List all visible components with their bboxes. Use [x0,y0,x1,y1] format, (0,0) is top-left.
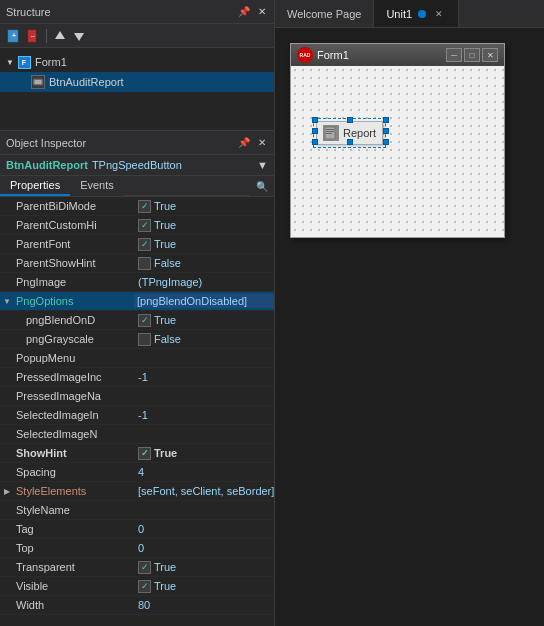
check-true[interactable] [138,580,151,593]
no-expand-prop [0,197,14,216]
no-expand-prop [0,596,14,615]
object-dropdown-icon[interactable]: ▼ [257,159,268,171]
toolbar-separator [46,29,47,43]
no-expand-prop [0,235,14,254]
prop-pressedimageinc[interactable]: PressedImageInc -1 [0,368,274,387]
prop-name: ShowHint [14,447,134,459]
prop-parentshowhint[interactable]: ParentShowHint False [0,254,274,273]
tab-close-icon[interactable]: ✕ [432,7,446,21]
svg-rect-11 [326,133,332,134]
prop-tag[interactable]: Tag 0 [0,520,274,539]
svg-rect-7 [35,80,41,84]
prop-value: -1 [134,409,274,421]
expand-prop[interactable]: ▼ [0,292,14,311]
object-name: BtnAuditReport [6,159,88,171]
move-up-icon[interactable] [52,28,68,44]
structure-toolbar: + – [0,24,274,48]
prop-popupmenu[interactable]: PopupMenu [0,349,274,368]
maximize-button[interactable]: □ [464,48,480,62]
no-expand-prop [0,349,14,368]
prop-selectedimagein[interactable]: SelectedImageIn -1 [0,406,274,425]
prop-name: PressedImageNa [14,390,134,402]
inspector-pin-icon[interactable]: 📌 [236,136,252,149]
prop-showhint[interactable]: ShowHint True [0,444,274,463]
tab-welcome-page[interactable]: Welcome Page [275,0,374,27]
check-false[interactable] [138,333,151,346]
prop-top[interactable]: Top 0 [0,539,274,558]
prop-pnggrayscale[interactable]: pngGrayscale False [0,330,274,349]
prop-value: True [134,580,274,593]
prop-value: True [134,219,274,232]
handle-tl [312,117,318,123]
prop-width[interactable]: Width 80 [0,596,274,615]
prop-value: True [134,447,274,460]
check-true[interactable] [138,219,151,232]
expand-prop[interactable]: ▶ [0,482,14,501]
no-expand-prop [0,216,14,235]
prop-selectedimagen[interactable]: SelectedImageN [0,425,274,444]
check-false[interactable] [138,257,151,270]
prop-transparent[interactable]: Transparent True [0,558,274,577]
minimize-button[interactable]: ─ [446,48,462,62]
check-true[interactable] [138,447,151,460]
prop-pngoptions[interactable]: ▼ PngOptions [pngBlendOnDisabled] [0,292,274,311]
prop-parentbidimode[interactable]: ParentBiDiMode True [0,197,274,216]
pin-icon[interactable]: 📌 [236,5,252,18]
prop-name: SelectedImageN [14,428,134,440]
form-titlebar: RAD Form1 ─ □ ✕ [291,44,504,66]
btnauditreport-label: BtnAuditReport [49,76,124,88]
prop-parentcustomhi[interactable]: ParentCustomHi True [0,216,274,235]
check-true[interactable] [138,200,151,213]
new-item-icon[interactable]: + [6,28,22,44]
no-expand-prop [0,368,14,387]
prop-name: StyleElements [14,485,134,497]
structure-panel-icons: 📌 ✕ [236,5,268,18]
inspector-close-icon[interactable]: ✕ [256,136,268,149]
structure-panel-header: Structure 📌 ✕ [0,0,274,24]
prop-parentfont[interactable]: ParentFont True [0,235,274,254]
no-expand-prop [0,539,14,558]
prop-pngimage[interactable]: PngImage (TPngImage) [0,273,274,292]
preview-area: RAD Form1 ─ □ ✕ [275,28,544,626]
handle-bl [312,139,318,145]
no-expand-prop [0,311,14,330]
expand-icon[interactable]: ▼ [4,56,16,68]
prop-pressedimagena[interactable]: PressedImageNa [0,387,274,406]
search-area: 🔍 [250,176,274,196]
check-true[interactable] [138,314,151,327]
form-title: Form1 [317,49,442,61]
prop-name: ParentCustomHi [14,219,134,231]
prop-value: [seFont, seClient, seBorder] [134,485,274,497]
close-button[interactable]: ✕ [482,48,498,62]
prop-stylename[interactable]: StyleName [0,501,274,520]
tab-unit1[interactable]: Unit1 ✕ [374,0,459,27]
tree-item-btnauditreport[interactable]: BtnAuditReport [0,72,274,92]
handle-ml [312,128,318,134]
tab-properties[interactable]: Properties [0,176,70,196]
no-expand-prop [0,558,14,577]
no-expand-prop [0,501,14,520]
svg-rect-10 [326,131,334,132]
tree-item-form1[interactable]: ▼ F Form1 [0,52,274,72]
rad-logo: RAD [297,47,313,63]
prop-visible[interactable]: Visible True [0,577,274,596]
prop-name: Tag [14,523,134,535]
prop-spacing[interactable]: Spacing 4 [0,463,274,482]
check-true[interactable] [138,238,151,251]
close-icon[interactable]: ✕ [256,5,268,18]
prop-value: False [134,257,274,270]
tab-events[interactable]: Events [70,176,124,196]
check-true[interactable] [138,561,151,574]
delete-icon[interactable]: – [25,28,41,44]
prop-styleelements[interactable]: ▶ StyleElements [seFont, seClient, seBor… [0,482,274,501]
no-expand-prop [0,444,14,463]
prop-pngblendon[interactable]: pngBlendOnD True [0,311,274,330]
prop-name: Spacing [14,466,134,478]
svg-text:–: – [31,32,35,39]
prop-value: True [134,200,274,213]
move-down-icon[interactable] [71,28,87,44]
tab-active-dot [418,10,426,18]
form-window: RAD Form1 ─ □ ✕ [290,43,505,238]
svg-marker-5 [74,33,84,41]
handle-tm [347,117,353,123]
